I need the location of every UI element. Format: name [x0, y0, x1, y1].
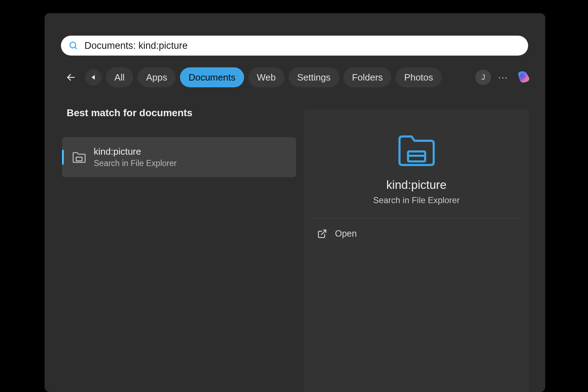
- more-options-button[interactable]: ···: [495, 69, 511, 85]
- copilot-icon[interactable]: [515, 69, 532, 86]
- filter-settings[interactable]: Settings: [289, 67, 339, 87]
- back-button[interactable]: [61, 67, 81, 87]
- filter-web[interactable]: Web: [248, 67, 284, 87]
- filter-toolbar: All Apps Documents Web Settings Folders …: [61, 67, 532, 87]
- user-avatar[interactable]: J: [475, 69, 491, 85]
- search-bar[interactable]: [61, 36, 528, 56]
- svg-rect-3: [76, 157, 82, 161]
- filter-apps[interactable]: Apps: [138, 67, 176, 87]
- svg-point-0: [70, 42, 76, 48]
- folder-search-icon: [72, 150, 87, 165]
- details-folder-icon: [304, 131, 529, 168]
- collapse-triangle-button[interactable]: [85, 69, 102, 86]
- open-external-icon: [317, 229, 327, 239]
- result-subtitle: Search in File Explorer: [94, 159, 177, 168]
- filter-documents[interactable]: Documents: [180, 67, 244, 87]
- open-action[interactable]: Open: [317, 228, 529, 239]
- details-title: kind:picture: [304, 178, 529, 192]
- divider: [314, 218, 519, 218]
- open-action-label: Open: [335, 228, 357, 239]
- svg-line-1: [75, 47, 77, 49]
- svg-line-6: [321, 230, 326, 234]
- details-subtitle: Search in File Explorer: [304, 195, 529, 205]
- search-icon: [69, 41, 78, 50]
- filter-all[interactable]: All: [106, 67, 133, 87]
- search-result-item[interactable]: kind:picture Search in File Explorer: [62, 137, 296, 177]
- search-window: All Apps Documents Web Settings Folders …: [45, 13, 545, 392]
- search-input[interactable]: [84, 40, 520, 51]
- result-title: kind:picture: [94, 146, 177, 157]
- section-header: Best match for documents: [67, 107, 192, 119]
- filter-folders[interactable]: Folders: [344, 67, 392, 87]
- details-panel: kind:picture Search in File Explorer Ope…: [304, 109, 529, 392]
- selection-indicator: [62, 150, 64, 165]
- filter-photos[interactable]: Photos: [396, 67, 442, 87]
